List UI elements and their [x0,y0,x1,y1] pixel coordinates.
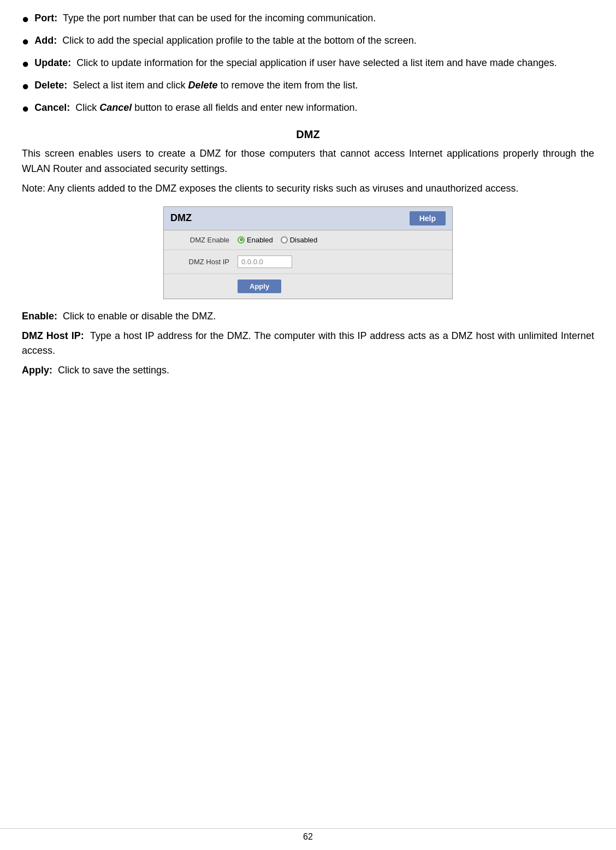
dmz-host-description: DMZ Host IP: Type a host IP address for … [22,329,594,359]
list-item-cancel: ● Cancel: Click Cancel button to erase a… [22,100,594,117]
dmz-enable-radio-group[interactable]: Enabled Disabled [238,236,317,244]
help-button[interactable]: Help [410,211,446,225]
bullet-dot: ● [22,10,29,28]
dmz-enable-row: DMZ Enable Enabled Disabled [164,230,452,250]
radio-disabled[interactable]: Disabled [281,236,318,244]
dmz-host-ip-label: DMZ Host IP [164,258,235,266]
bullet-text-add: Add: Click to add the special applicatio… [34,33,594,48]
dmz-paragraph2: Note: Any clients added to the DMZ expos… [22,181,594,197]
bullet-text-port: Port: Type the port number that can be u… [34,11,594,26]
dmz-body: DMZ Enable Enabled Disabled DMZ Host IP [164,230,452,299]
enable-text: Click to enable or disable the DMZ. [63,311,216,322]
bullet-text-cancel: Cancel: Click Cancel button to erase all… [34,100,594,115]
bullet-dot-update: ● [22,55,29,73]
inline-delete: Delete [188,80,217,91]
radio-enabled-label: Enabled [247,236,273,244]
bullet-dot-delete: ● [22,77,29,95]
apply-description: Apply: Click to save the settings. [22,363,594,378]
dmz-paragraph1: This screen enables users to create a DM… [22,146,594,177]
radio-disabled-icon [281,236,288,243]
dmz-apply-row: Apply [164,274,452,299]
label-delete: Delete: [34,80,67,91]
enable-label: Enable: [22,311,57,322]
bullet-dot-add: ● [22,32,29,50]
dmz-host-label: DMZ Host IP: [22,330,84,341]
radio-enabled-icon [238,236,245,243]
dmz-screenshot: DMZ Help DMZ Enable Enabled Disabled [163,206,453,299]
enable-description: Enable: Click to enable or disable the D… [22,309,594,324]
label-cancel: Cancel: [34,102,70,113]
list-item-update: ● Update: Click to update information fo… [22,56,594,73]
dmz-header: DMZ Help [164,207,452,230]
apply-label: Apply: [22,365,52,376]
bullet-text-delete: Delete: Select a list item and click Del… [34,78,594,93]
radio-enabled[interactable]: Enabled [238,236,273,244]
bullet-text-update: Update: Click to update information for … [34,56,594,70]
inline-cancel: Cancel [99,102,132,113]
dmz-enable-label: DMZ Enable [164,236,235,244]
dmz-host-ip-value[interactable] [235,255,452,268]
bullet-list: ● Port: Type the port number that can be… [22,11,594,117]
list-item-port: ● Port: Type the port number that can be… [22,11,594,28]
dmz-host-ip-input[interactable] [238,255,292,268]
dmz-apply-button[interactable]: Apply [238,280,281,293]
label-update: Update: [34,57,71,68]
dmz-enable-value[interactable]: Enabled Disabled [235,236,452,244]
label-add: Add: [34,35,57,46]
radio-disabled-label: Disabled [290,236,318,244]
list-item-add: ● Add: Click to add the special applicat… [22,33,594,50]
dmz-section-title: DMZ [22,128,594,141]
bullet-dot-cancel: ● [22,99,29,117]
label-port: Port: [34,13,57,23]
list-item-delete: ● Delete: Select a list item and click D… [22,78,594,95]
footer-descriptions: Enable: Click to enable or disable the D… [22,309,594,379]
dmz-screenshot-title: DMZ [170,212,192,224]
page-number: 62 [303,832,313,841]
dmz-host-ip-row: DMZ Host IP [164,250,452,274]
dmz-apply-cell[interactable]: Apply [235,280,452,293]
dmz-host-text: Type a host IP address for the DMZ. The … [22,330,594,356]
page-number-bar: 62 [0,828,616,842]
apply-text: Click to save the settings. [58,365,169,376]
